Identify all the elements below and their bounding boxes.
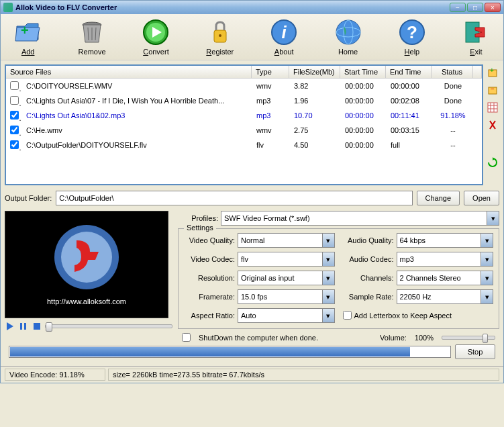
add-button[interactable]: + Add: [6, 17, 50, 57]
table-row[interactable]: C:\OutputFolder\DOITYOURSELF.flvflv4.500…: [6, 138, 482, 152]
aspect-ratio-select[interactable]: Auto▾: [238, 308, 335, 323]
settings-legend: Settings: [184, 224, 216, 232]
framerate-select[interactable]: 15.0 fps▾: [238, 289, 335, 304]
row-checkbox[interactable]: [10, 111, 19, 120]
svg-rect-16: [466, 22, 479, 42]
grid-icon[interactable]: [487, 102, 498, 113]
remove-label: Remove: [79, 48, 106, 56]
convert-button[interactable]: CConvertonvert: [134, 17, 178, 57]
start-time: 00:00:00: [341, 111, 387, 120]
table-row[interactable]: C:\DOITYOURSELF.WMVwmv3.8200:00:0000:00:…: [6, 79, 482, 93]
maximize-button[interactable]: □: [467, 3, 483, 12]
file-type: mp3: [252, 111, 290, 120]
row-checkbox[interactable]: [10, 81, 19, 90]
start-time: 00:00:00: [341, 126, 387, 135]
svg-rect-21: [488, 103, 497, 112]
col-status[interactable]: Status: [432, 66, 473, 78]
col-start[interactable]: Start Time: [340, 66, 386, 78]
end-time: 00:02:08: [387, 96, 432, 105]
channels-select[interactable]: 2 Channels Stereo▾: [397, 271, 494, 285]
output-folder-input[interactable]: [56, 191, 412, 205]
play-icon: [142, 18, 170, 46]
status-info: size= 2260kB time=273.55 bitrate= 67.7kb…: [108, 369, 499, 381]
file-size: 4.50: [290, 140, 341, 150]
home-button[interactable]: Home: [326, 17, 370, 57]
status: 91.18%: [432, 111, 474, 120]
col-size[interactable]: FileSize(Mb): [289, 66, 340, 78]
status: --: [432, 126, 474, 135]
pause-preview-button[interactable]: [18, 321, 29, 332]
row-checkbox[interactable]: [10, 140, 19, 149]
trash-icon: [78, 18, 106, 46]
question-icon: ?: [398, 18, 426, 46]
row-checkbox[interactable]: [10, 126, 19, 134]
profiles-label: Profiles:: [178, 214, 218, 222]
file-name: C:\DOITYOURSELF.WMV: [22, 81, 252, 91]
audio-quality-select[interactable]: 64 kbps▾: [397, 233, 494, 248]
file-size: 1.96: [290, 96, 341, 105]
stop-preview-button[interactable]: [32, 321, 42, 332]
file-type: wmv: [252, 81, 290, 91]
remove-file-icon[interactable]: −: [487, 85, 498, 95]
exit-icon: [462, 18, 490, 46]
exit-button[interactable]: Exit: [454, 17, 498, 57]
preview-seek-slider[interactable]: [45, 324, 172, 328]
row-checkbox[interactable]: [10, 96, 19, 105]
letterbox-label: Add Letterbox to Keep Aspect: [354, 312, 452, 320]
output-folder-label: Output Folder:: [5, 194, 52, 202]
file-name: C:\Lights Out Asia\01&02.mp3: [22, 111, 252, 120]
table-row[interactable]: C:\Lights Out Asia\07 - If I Die, I Wish…: [6, 93, 482, 108]
change-button[interactable]: Change: [417, 191, 460, 205]
preview-pane: http://www.alloksoft.com: [5, 211, 168, 318]
info-icon: i: [270, 18, 298, 46]
sample-rate-select[interactable]: 22050 Hz▾: [397, 289, 494, 304]
audio-codec-select[interactable]: mp3▾: [397, 252, 494, 267]
svg-text:+: +: [490, 67, 494, 74]
col-end[interactable]: End Time: [386, 66, 432, 78]
resolution-select[interactable]: Original as input▾: [238, 271, 335, 285]
file-name: C:\He.wmv: [22, 126, 252, 135]
start-time: 00:00:00: [341, 140, 387, 150]
file-type: wmv: [252, 126, 290, 135]
about-button[interactable]: i About: [262, 17, 306, 57]
start-time: 00:00:00: [341, 96, 387, 105]
open-button[interactable]: Open: [464, 191, 499, 205]
folder-plus-icon: +: [14, 18, 42, 46]
end-time: full: [387, 140, 432, 150]
add-label: Add: [21, 48, 35, 56]
remove-button[interactable]: Remove: [70, 17, 113, 57]
file-list[interactable]: Source Files Type FileSize(Mb) Start Tim…: [5, 64, 483, 185]
minimize-button[interactable]: −: [450, 3, 466, 12]
shutdown-checkbox[interactable]: [182, 333, 191, 342]
letterbox-checkbox[interactable]: [343, 311, 352, 320]
close-button[interactable]: ×: [485, 3, 501, 12]
chevron-down-icon: ▾: [487, 211, 499, 225]
refresh-icon[interactable]: [487, 157, 498, 168]
svg-text:?: ?: [407, 22, 417, 42]
file-size: 2.75: [290, 126, 341, 135]
add-file-icon[interactable]: +: [487, 67, 498, 78]
status: --: [432, 140, 474, 150]
video-codec-select[interactable]: flv▾: [238, 252, 335, 267]
table-row[interactable]: C:\Lights Out Asia\01&02.mp3mp310.7000:0…: [6, 108, 482, 123]
volume-slider[interactable]: [442, 336, 495, 340]
table-row[interactable]: C:\He.wmvwmv2.7500:00:0000:03:15--: [6, 123, 482, 138]
stop-button[interactable]: Stop: [455, 344, 495, 359]
col-type[interactable]: Type: [252, 66, 289, 78]
video-quality-select[interactable]: Normal▾: [238, 233, 335, 248]
lock-icon: [206, 18, 234, 46]
flash-logo-icon: [53, 224, 120, 291]
col-source[interactable]: Source Files: [6, 66, 252, 78]
register-button[interactable]: Register: [198, 17, 242, 57]
status-encode: Video Encode: 91.18%: [5, 369, 105, 381]
start-time: 00:00:00: [341, 81, 387, 91]
profiles-select[interactable]: SWF Video Format (*.swf) ▾: [221, 211, 499, 226]
play-preview-button[interactable]: [5, 321, 15, 332]
clear-icon[interactable]: [487, 120, 498, 130]
svg-point-8: [219, 34, 221, 37]
volume-value: 100%: [415, 334, 434, 342]
globe-icon: [334, 18, 362, 46]
help-button[interactable]: ? Help: [390, 17, 434, 57]
shutdown-label: ShutDown the computer when done.: [199, 334, 372, 342]
home-label: Home: [338, 48, 358, 56]
